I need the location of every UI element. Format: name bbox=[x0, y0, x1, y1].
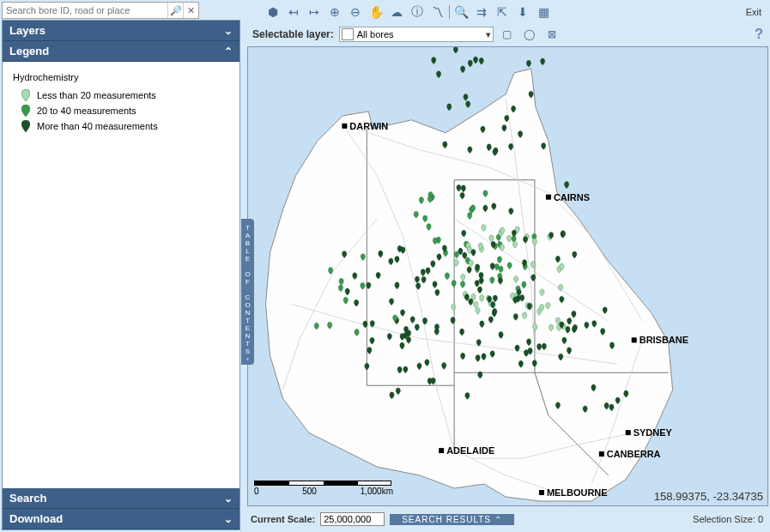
marker-icon bbox=[21, 89, 30, 101]
svg-rect-15 bbox=[599, 451, 604, 456]
toc-tab[interactable]: TABLEOFCONTENTS‹ bbox=[241, 219, 254, 365]
panel-header-search[interactable]: Search ⌄ bbox=[3, 488, 239, 509]
select-circle-icon[interactable]: ◯ bbox=[521, 27, 538, 42]
toolbar: ⬢ ↤ ↦ ⊕ ⊖ ✋ ☁ ⓘ 〽 🔍 ⇉ ⇱ ⬇ ▦ Exit bbox=[262, 2, 768, 22]
svg-text:BRISBANE: BRISBANE bbox=[640, 335, 688, 345]
chevron-up-icon: ⌃ bbox=[494, 515, 502, 524]
select-rect-icon[interactable]: ▢ bbox=[499, 27, 516, 42]
svg-text:MELBOURNE: MELBOURNE bbox=[547, 487, 608, 498]
zoom-out-icon[interactable]: ⊖ bbox=[346, 3, 365, 21]
svg-rect-13 bbox=[626, 430, 631, 435]
selection-size: Selection Size: 0 bbox=[693, 514, 763, 524]
legend-item: More than 40 measurements bbox=[13, 118, 229, 134]
find-icon[interactable]: 🔍 bbox=[452, 3, 470, 21]
selectable-layer-bar: Selectable layer: All bores ▾ ▢ ◯ ⊠ ? bbox=[247, 24, 768, 45]
map-canvas[interactable]: DARWINCAIRNSBRISBANESYDNEYCANBERRAMELBOU… bbox=[247, 46, 768, 506]
chart-icon[interactable]: 〽 bbox=[428, 3, 447, 21]
svg-rect-11 bbox=[632, 337, 637, 342]
zoom-in-icon[interactable]: ⊕ bbox=[325, 3, 344, 21]
search-input[interactable] bbox=[3, 3, 167, 17]
exit-button[interactable]: Exit bbox=[741, 5, 767, 19]
svg-text:DARWIN: DARWIN bbox=[349, 121, 388, 131]
layer-selected: All bores bbox=[357, 29, 394, 39]
import-icon[interactable]: ⬇ bbox=[513, 3, 532, 21]
panel-header-layers[interactable]: Layers ⌄ bbox=[3, 21, 239, 41]
panel-title: Search bbox=[9, 492, 46, 505]
chevron-up-icon: ⌃ bbox=[224, 45, 233, 57]
svg-rect-9 bbox=[546, 195, 551, 200]
marker-icon bbox=[21, 105, 30, 117]
svg-text:ADELAIDE: ADELAIDE bbox=[446, 445, 494, 456]
help-icon[interactable]: ? bbox=[755, 27, 763, 42]
legend-label: More than 40 measurements bbox=[37, 121, 158, 131]
scale-icon[interactable]: ⇉ bbox=[472, 3, 491, 21]
identify-icon[interactable]: ☁ bbox=[387, 3, 406, 21]
layer-icon bbox=[342, 28, 354, 40]
chevron-down-icon: ⌄ bbox=[224, 493, 233, 505]
legend-body: Hydrochemistry Less than 20 measurements… bbox=[3, 62, 239, 488]
scale-bar: 0 500 1,000km bbox=[254, 481, 393, 496]
next-extent-icon[interactable]: ↦ bbox=[305, 3, 324, 21]
legend-label: 20 to 40 measurements bbox=[37, 106, 136, 116]
svg-text:CANBERRA: CANBERRA bbox=[607, 449, 661, 459]
pan-icon[interactable]: ✋ bbox=[367, 3, 385, 21]
search-results-tab[interactable]: SEARCH RESULTS⌃ bbox=[390, 514, 514, 525]
cursor-coords: 158.99375, -23.34735 bbox=[654, 490, 763, 503]
prev-extent-icon[interactable]: ↤ bbox=[284, 3, 303, 21]
svg-text:CAIRNS: CAIRNS bbox=[554, 192, 590, 203]
search-bar: 🔎 ✕ bbox=[2, 2, 199, 19]
select-clear-icon[interactable]: ⊠ bbox=[543, 27, 561, 42]
panel-title: Legend bbox=[9, 45, 49, 57]
scale-label: Current Scale: bbox=[251, 514, 315, 524]
panel-title: Download bbox=[9, 512, 63, 525]
dropdown-icon[interactable]: ▾ bbox=[486, 29, 491, 40]
home-icon[interactable]: ⬢ bbox=[264, 3, 282, 21]
search-go-icon[interactable]: 🔎 bbox=[167, 3, 183, 18]
3d-icon[interactable]: ▦ bbox=[534, 3, 553, 21]
sidebar: Layers ⌄ Legend ⌃ Hydrochemistry Less th… bbox=[2, 20, 240, 530]
panel-header-legend[interactable]: Legend ⌃ bbox=[3, 41, 239, 62]
chevron-down-icon: ⌄ bbox=[224, 513, 233, 525]
info-icon[interactable]: ⓘ bbox=[408, 3, 427, 21]
chevron-down-icon: ⌄ bbox=[224, 25, 233, 37]
layer-select[interactable]: All bores ▾ bbox=[339, 27, 494, 42]
svg-text:SYDNEY: SYDNEY bbox=[634, 427, 673, 438]
search-clear-icon[interactable]: ✕ bbox=[183, 3, 198, 18]
svg-rect-17 bbox=[539, 490, 544, 495]
status-bar: Current Scale: SEARCH RESULTS⌃ Selection… bbox=[247, 508, 768, 530]
legend-item: Less than 20 measurements bbox=[13, 88, 229, 103]
svg-rect-19 bbox=[439, 448, 444, 453]
svg-rect-7 bbox=[342, 124, 347, 129]
panel-title: Layers bbox=[9, 24, 45, 37]
scale-input[interactable] bbox=[320, 512, 385, 526]
selectable-label: Selectable layer: bbox=[252, 28, 334, 40]
legend-label: Less than 20 measurements bbox=[37, 90, 156, 100]
legend-title: Hydrochemistry bbox=[13, 72, 229, 82]
panel-header-download[interactable]: Download ⌄ bbox=[3, 509, 239, 529]
export-icon[interactable]: ⇱ bbox=[493, 3, 512, 21]
marker-icon bbox=[21, 120, 30, 132]
legend-item: 20 to 40 measurements bbox=[13, 103, 229, 118]
